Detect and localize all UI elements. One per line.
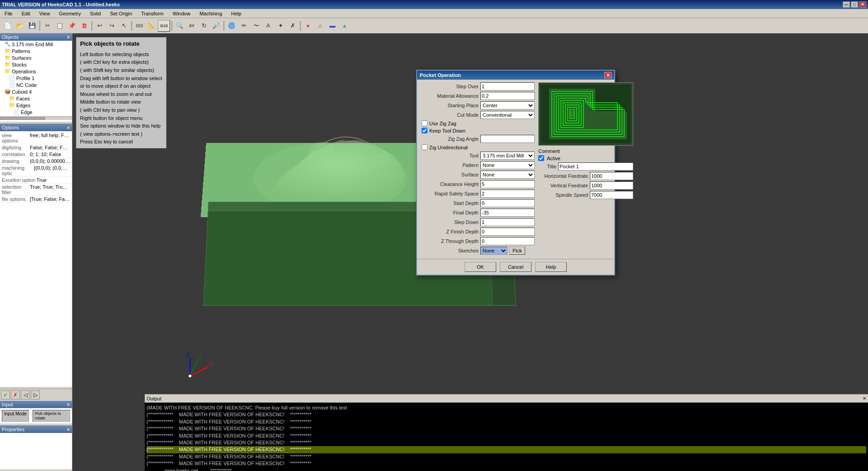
input-finaldepth[interactable] — [480, 209, 535, 217]
input-stepdown[interactable] — [480, 218, 535, 226]
check-btn[interactable]: ✓ — [1, 390, 10, 400]
x-btn[interactable]: ✗ — [11, 390, 20, 400]
options-panel-title: Options — [2, 125, 19, 130]
check-zigzag[interactable] — [422, 120, 427, 126]
tree-item-surfaces[interactable]: 📁 Surfaces — [0, 54, 72, 61]
tree-item-stocks[interactable]: 📁 Stocks — [0, 61, 72, 68]
cone-btn[interactable]: ▲ — [339, 20, 351, 32]
text-btn[interactable]: A — [262, 20, 274, 32]
input-clearance[interactable] — [480, 180, 535, 188]
minimize-btn[interactable]: — — [843, 1, 850, 8]
close-btn[interactable]: ✕ — [859, 1, 866, 8]
objects-tree[interactable]: 🔧 3.175 mm End Mill 📁 Patterns 📁 Surface… — [0, 41, 72, 122]
select-sketches[interactable]: None — [480, 247, 508, 255]
viewport[interactable]: Pick objects to rotate Left button for s… — [72, 33, 868, 471]
tree-item-patterns[interactable]: 📁 Patterns — [0, 48, 72, 54]
pocket-dialog[interactable]: Pocket Operation ✕ Step Over Material Al… — [416, 70, 615, 276]
copy-btn[interactable]: 📋 — [54, 20, 66, 32]
cross-btn[interactable]: ✗ — [287, 20, 299, 32]
properties-panel-close[interactable]: ✕ — [66, 427, 70, 432]
options-panel-close[interactable]: ✕ — [66, 125, 70, 130]
input-hfeedrate[interactable] — [590, 172, 633, 180]
menu-solid[interactable]: Solid — [87, 10, 104, 17]
left-btn[interactable]: ◁ — [21, 390, 30, 400]
menu-view[interactable]: View — [37, 10, 53, 17]
input-zigzagangle[interactable] — [480, 135, 535, 143]
sketch-btn[interactable]: ✏ — [238, 20, 250, 32]
input-title[interactable] — [558, 162, 633, 171]
sphere-btn[interactable]: ● — [302, 20, 314, 32]
select-surface[interactable]: None — [480, 171, 535, 179]
cylinder-btn[interactable]: ⌀ — [314, 20, 326, 32]
output-line-4: (************* MADE WITH FREE VERSION OF… — [147, 433, 866, 439]
output-close[interactable]: ✕ — [863, 396, 866, 401]
maximize-btn[interactable]: □ — [851, 1, 858, 8]
menu-file[interactable]: File — [2, 10, 15, 17]
menu-edit[interactable]: Edit — [19, 10, 33, 17]
check-keeptooldown[interactable] — [422, 128, 427, 133]
menu-setorigin[interactable]: Set Origin — [107, 10, 135, 17]
right-btn[interactable]: ▷ — [31, 390, 40, 400]
zoom-btn[interactable]: 🔍 — [174, 20, 185, 32]
redo-btn[interactable]: ↪ — [106, 20, 118, 32]
rotate-btn[interactable]: ↻ — [198, 20, 210, 32]
label-startdepth: Start Depth — [420, 200, 479, 206]
point-btn[interactable]: ✦ — [275, 20, 286, 32]
menu-help[interactable]: Help — [228, 10, 244, 17]
ok-btn[interactable]: OK — [465, 262, 496, 272]
input-mode-value[interactable]: Pick objects to rotate — [33, 410, 70, 422]
input-zthrough[interactable] — [480, 237, 535, 245]
dialog-close-btn[interactable]: ✕ — [604, 72, 612, 78]
undo-btn[interactable]: ↩ — [94, 20, 105, 32]
input-zfinish[interactable] — [480, 228, 535, 236]
save-btn[interactable]: 💾 — [26, 20, 38, 32]
menu-geometry[interactable]: Geometry — [56, 10, 83, 17]
cancel-btn[interactable]: Cancel — [500, 262, 531, 272]
input-panel-close[interactable]: ✕ — [66, 402, 70, 407]
input-stepover[interactable] — [480, 82, 535, 90]
paste-btn[interactable]: 📌 — [66, 20, 78, 32]
input-startdepth[interactable] — [480, 199, 535, 207]
input-rapidsafety[interactable] — [480, 190, 535, 198]
select-pattern[interactable]: None — [480, 161, 535, 169]
objects-panel-close[interactable]: ✕ — [66, 35, 70, 40]
help-btn[interactable]: Help — [535, 262, 567, 272]
tree-item-profile1[interactable]: 📄 Profile 1 — [0, 75, 72, 81]
instruction-line-9: See options window to hide this help — [80, 122, 162, 130]
spline-btn[interactable]: 〜 — [250, 20, 262, 32]
zoom2-btn[interactable]: 🔎 — [210, 20, 222, 32]
input-vfeedrate[interactable] — [590, 181, 633, 190]
xy-btn[interactable]: XY — [186, 20, 198, 32]
box-btn[interactable]: ▬ — [327, 20, 338, 32]
input-spindle[interactable] — [590, 191, 633, 199]
wire-btn[interactable]: ⊟⊟ — [133, 20, 145, 32]
menu-window[interactable]: Window — [170, 10, 193, 17]
select-starting[interactable]: Center — [480, 101, 535, 109]
open-btn[interactable]: 📂 — [14, 20, 26, 32]
tree-item-nccode[interactable]: 📄 NC Code — [0, 81, 72, 88]
new-btn[interactable]: 📄 — [2, 20, 14, 32]
menu-transform[interactable]: Transform — [138, 10, 166, 17]
select-tool[interactable]: 3.175 mm End Mill — [480, 152, 535, 160]
tree-item-edges[interactable]: 📁 Edges — [0, 102, 72, 109]
delete-btn[interactable]: 🗑 — [78, 20, 90, 32]
option-label-selection: selection filter — [2, 184, 29, 195]
pick-sketches-btn[interactable]: Pick — [509, 247, 525, 255]
input-mode-label[interactable]: Input Mode — [2, 410, 29, 422]
helix-btn[interactable]: 🌀 — [226, 20, 237, 32]
tree-item-cuboid4[interactable]: 📦 Cuboid 4 — [0, 88, 72, 95]
tree-item-faces[interactable]: 📁 Faces — [0, 95, 72, 102]
cut-btn[interactable]: ✂ — [42, 20, 53, 32]
go-btn[interactable]: G10 — [158, 20, 170, 32]
tree-item-edge[interactable]: 📄 Edge — [0, 109, 72, 115]
tree-item-operations[interactable]: 📁 Operations — [0, 68, 72, 75]
check-zigunidirectional[interactable] — [422, 144, 427, 150]
menu-machining[interactable]: Machining — [197, 10, 225, 17]
measure-btn[interactable]: 📐 — [146, 20, 157, 32]
select-btn[interactable]: ↖ — [118, 20, 130, 32]
check-active[interactable] — [538, 155, 544, 161]
label-title: Title — [538, 164, 556, 169]
tree-item-endmill[interactable]: 🔧 3.175 mm End Mill — [0, 41, 72, 48]
select-cutmode[interactable]: Conventional — [480, 111, 535, 119]
input-material[interactable] — [480, 92, 535, 100]
